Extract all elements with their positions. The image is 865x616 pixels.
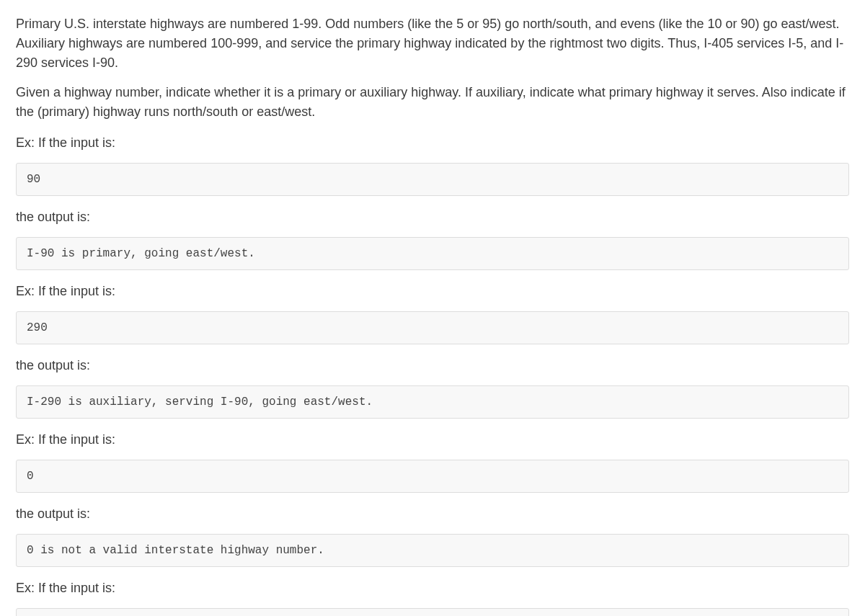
example-output-code: I-90 is primary, going east/west. xyxy=(16,237,849,270)
example-input-code: 290 xyxy=(16,311,849,344)
example-output-code: 0 is not a valid interstate highway numb… xyxy=(16,534,849,567)
example-input-code: 0 xyxy=(16,460,849,493)
intro-paragraph-1: Primary U.S. interstate highways are num… xyxy=(16,14,849,73)
example-input-label: Ex: If the input is: xyxy=(16,133,849,153)
example-output-code: I-290 is auxiliary, serving I-90, going … xyxy=(16,385,849,419)
example-output-label: the output is: xyxy=(16,356,849,375)
example-input-code: 200 xyxy=(16,608,849,616)
example-input-label: Ex: If the input is: xyxy=(16,430,849,450)
example-output-label: the output is: xyxy=(16,504,849,524)
example-input-label: Ex: If the input is: xyxy=(16,282,849,301)
example-output-label: the output is: xyxy=(16,207,849,227)
intro-paragraph-2: Given a highway number, indicate whether… xyxy=(16,83,849,122)
example-input-label: Ex: If the input is: xyxy=(16,579,849,598)
example-input-code: 90 xyxy=(16,163,849,196)
